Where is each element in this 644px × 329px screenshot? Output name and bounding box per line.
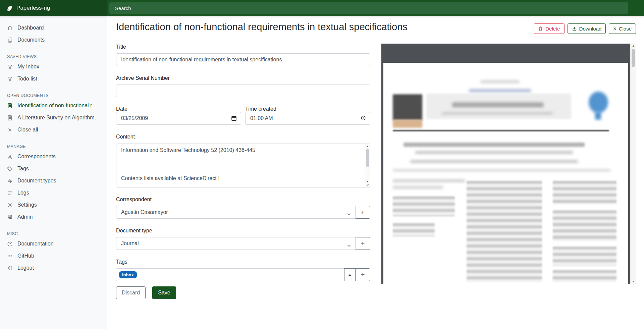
sidebar-heading-saved-views: SAVED VIEWS bbox=[0, 54, 107, 59]
scroll-down-arrow[interactable]: ▼ bbox=[365, 179, 370, 184]
navbar-main bbox=[107, 0, 644, 16]
content-label: Content bbox=[116, 133, 370, 140]
close-icon: × bbox=[613, 26, 616, 32]
delete-button[interactable]: Delete bbox=[534, 23, 564, 34]
tags-dropdown-button[interactable] bbox=[344, 268, 356, 281]
document-header: Identification of non-functional require… bbox=[107, 16, 644, 38]
scroll-down-arrow[interactable]: ▼ bbox=[631, 279, 636, 284]
sidebar-item-close-all[interactable]: Close all bbox=[0, 124, 107, 136]
sidebar-item-logout[interactable]: Logout bbox=[0, 262, 107, 274]
funnel-icon bbox=[7, 76, 13, 82]
question-circle-icon bbox=[7, 241, 13, 247]
sidebar-item-document-types[interactable]: Document types bbox=[0, 175, 107, 187]
correspondent-label: Correspondent bbox=[116, 196, 370, 203]
document-type-select[interactable]: Journal bbox=[116, 237, 356, 250]
correspondent-select[interactable]: Agustin Casamayor bbox=[116, 206, 356, 219]
sidebar-open-doc-2[interactable]: A Literature Survey on Algorithms for Mu… bbox=[0, 112, 107, 124]
sidebar-item-documentation[interactable]: Documentation bbox=[0, 238, 107, 250]
date-input[interactable] bbox=[116, 112, 241, 125]
calendar-icon[interactable] bbox=[231, 115, 237, 122]
top-navbar: Paperless-ng bbox=[0, 0, 644, 16]
trash-icon bbox=[538, 26, 543, 31]
sidebar-item-dashboard[interactable]: Dashboard bbox=[0, 22, 107, 34]
add-document-type-button[interactable]: + bbox=[355, 237, 370, 250]
asn-label: Archive Serial Number bbox=[116, 75, 370, 81]
tags-input[interactable]: Inbox bbox=[116, 268, 344, 281]
sidebar-item-documents[interactable]: Documents bbox=[0, 34, 107, 46]
sidebar-open-doc-1[interactable]: Identification of non-functional require… bbox=[0, 100, 107, 112]
sidebar-item-tags[interactable]: Tags bbox=[0, 163, 107, 175]
correspondent-value: Agustin Casamayor bbox=[121, 209, 168, 215]
header-buttons: Delete Download × Close bbox=[534, 23, 636, 34]
download-button[interactable]: Download bbox=[568, 23, 606, 34]
time-group: Time created bbox=[245, 106, 370, 125]
sidebar: Dashboard Documents SAVED VIEWS My Inbox… bbox=[0, 16, 107, 329]
search-input[interactable] bbox=[109, 2, 628, 14]
sidebar-item-correspondents[interactable]: Correspondents bbox=[0, 151, 107, 163]
clock-icon[interactable] bbox=[361, 115, 366, 122]
app-brand[interactable]: Paperless-ng bbox=[0, 0, 107, 16]
save-button[interactable]: Save bbox=[152, 286, 176, 299]
sidebar-item-label: Documentation bbox=[17, 241, 54, 247]
blurred-text-column bbox=[553, 181, 616, 204]
sidebar-item-label: Document types bbox=[17, 178, 56, 184]
content-scrollbar[interactable]: ▲ ▼ bbox=[365, 144, 370, 187]
scroll-up-arrow[interactable]: ▲ bbox=[365, 144, 370, 149]
sidebar-item-label: Documents bbox=[17, 37, 45, 43]
blurred-text-column bbox=[553, 270, 616, 282]
date-label: Date bbox=[116, 106, 127, 112]
blurred-text-block bbox=[393, 186, 443, 189]
download-icon bbox=[572, 26, 577, 31]
caret-up-icon bbox=[348, 274, 352, 276]
content-textarea[interactable]: Information and Software Technology 52 (… bbox=[116, 144, 370, 187]
blurred-text-block bbox=[393, 196, 455, 216]
resize-handle[interactable] bbox=[367, 184, 370, 187]
blurred-text-block bbox=[469, 89, 531, 93]
files-icon bbox=[7, 37, 13, 43]
logout-icon bbox=[7, 265, 13, 271]
asn-input[interactable] bbox=[116, 85, 370, 97]
blurred-text-block bbox=[481, 80, 519, 83]
blurred-text-column bbox=[553, 246, 616, 266]
discard-button[interactable]: Discard bbox=[116, 286, 146, 299]
sidebar-item-my-inbox[interactable]: My Inbox bbox=[0, 61, 107, 73]
close-button[interactable]: × Close bbox=[609, 23, 636, 34]
sidebar-item-todo-list[interactable]: Todo list bbox=[0, 73, 107, 85]
time-input[interactable] bbox=[245, 112, 370, 125]
date-time-row: Date Time created bbox=[116, 106, 370, 125]
tags-label: Tags bbox=[116, 259, 370, 265]
tag-chip-inbox[interactable]: Inbox bbox=[119, 271, 137, 278]
add-tag-button[interactable]: + bbox=[355, 268, 370, 281]
pdf-page bbox=[383, 63, 628, 284]
sidebar-item-github[interactable]: GitHub bbox=[0, 250, 107, 262]
scroll-thumb[interactable] bbox=[632, 49, 635, 67]
pdf-viewer bbox=[381, 44, 630, 284]
sidebar-item-admin[interactable]: Admin bbox=[0, 211, 107, 223]
scroll-up-arrow[interactable]: ▲ bbox=[631, 44, 636, 48]
content-group: Content Information and Software Technol… bbox=[116, 133, 370, 187]
funnel-icon bbox=[7, 64, 13, 70]
sidebar-item-logs[interactable]: Logs bbox=[0, 187, 107, 199]
sidebar-item-label: Correspondents bbox=[17, 154, 56, 160]
document-type-value: Journal bbox=[121, 240, 139, 246]
download-label: Download bbox=[579, 26, 602, 31]
sidebar-item-label: Tags bbox=[17, 166, 29, 172]
blurred-text-block bbox=[404, 143, 585, 147]
add-correspondent-button[interactable]: + bbox=[355, 206, 370, 219]
chevron-down-icon bbox=[347, 242, 351, 249]
scroll-thumb[interactable] bbox=[366, 149, 369, 167]
blurred-text-block bbox=[415, 151, 573, 154]
blurred-text-column bbox=[467, 181, 542, 282]
title-group: Title bbox=[116, 44, 370, 66]
blurred-text-column bbox=[553, 210, 616, 241]
sidebar-item-label: Settings bbox=[17, 202, 37, 208]
title-input[interactable] bbox=[116, 53, 370, 66]
tag-icon bbox=[7, 166, 13, 172]
document-type-group: Document type Journal + bbox=[116, 227, 370, 250]
toggles-icon bbox=[7, 214, 13, 220]
blurred-cover-thumbnail bbox=[393, 94, 422, 120]
sidebar-item-label: Todo list bbox=[17, 76, 37, 82]
blurred-text-block bbox=[393, 179, 465, 182]
sidebar-item-settings[interactable]: Settings bbox=[0, 199, 107, 211]
preview-scrollbar[interactable]: ▲ ▼ bbox=[630, 44, 636, 284]
